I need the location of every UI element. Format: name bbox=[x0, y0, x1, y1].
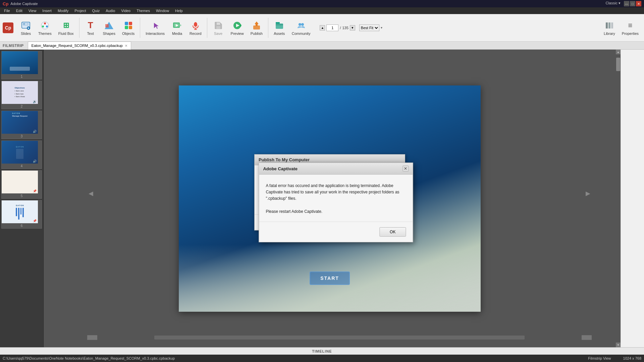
close-button[interactable]: ✕ bbox=[636, 1, 641, 6]
slides-button[interactable]: Slides bbox=[17, 19, 34, 37]
community-button[interactable]: Community bbox=[289, 19, 313, 37]
menu-window[interactable]: Window bbox=[153, 8, 172, 13]
interactions-button[interactable]: Interactions bbox=[143, 19, 167, 37]
slide-num-2: 2 bbox=[2, 104, 42, 109]
slide-down-button[interactable]: ▼ bbox=[350, 25, 355, 31]
app-logo: Cp bbox=[3, 1, 8, 6]
assets-button[interactable]: Assets bbox=[271, 19, 288, 37]
menu-view[interactable]: View bbox=[26, 8, 39, 13]
slide-thumb-4[interactable]: E·A·T·O·N 🔊 4 bbox=[1, 140, 42, 169]
error-message-line2: Please restart Adobe Captivate. bbox=[266, 208, 406, 215]
record-button[interactable]: Record bbox=[187, 19, 204, 37]
title-bar-left: Cp Adobe Captivate bbox=[3, 1, 38, 6]
error-dialog-body: A fatal error has occured and the applic… bbox=[259, 175, 413, 222]
slide-canvas-1 bbox=[2, 51, 38, 74]
slide-thumb-1[interactable]: 1 bbox=[1, 51, 42, 79]
slide-thumb-2[interactable]: Objectives • Item one• Item two• Item th… bbox=[1, 81, 42, 109]
save-icon bbox=[213, 20, 224, 31]
menu-project[interactable]: Project bbox=[72, 8, 89, 13]
slide-canvas-4: E·A·T·O·N 🔊 bbox=[2, 141, 38, 164]
menu-quiz[interactable]: Quiz bbox=[90, 8, 103, 13]
properties-icon: ≡ bbox=[625, 20, 636, 31]
tab-close-icon[interactable]: ✕ bbox=[125, 44, 127, 48]
slide-canvas-3: E·A·T·O·N Manage Request 🔊 bbox=[2, 111, 38, 134]
error-dialog-titlebar: Adobe Captivate ✕ bbox=[259, 163, 413, 175]
preview-icon bbox=[232, 20, 243, 31]
ok-button[interactable]: OK bbox=[379, 227, 406, 237]
slide-thumb-5[interactable]: 📌 5 bbox=[1, 170, 42, 199]
timeline-label: TIMELINE bbox=[312, 349, 332, 353]
preview-label: Preview bbox=[231, 32, 244, 36]
library-button[interactable]: Library bbox=[601, 19, 618, 37]
slide-canvas-5: 📌 bbox=[2, 171, 38, 193]
scroll-down-button[interactable]: ▼ bbox=[616, 343, 621, 347]
save-button[interactable]: Save bbox=[210, 19, 227, 37]
menu-edit[interactable]: Edit bbox=[13, 8, 25, 13]
shapes-button[interactable]: Shapes bbox=[100, 19, 118, 37]
scroll-thumb[interactable] bbox=[616, 58, 620, 71]
library-label: Library bbox=[604, 32, 615, 36]
menu-file[interactable]: File bbox=[1, 8, 13, 13]
slide-separator: / bbox=[340, 26, 341, 30]
text-label: Text bbox=[87, 32, 94, 36]
menu-themes[interactable]: Themes bbox=[134, 8, 153, 13]
slide-num-3: 3 bbox=[2, 134, 42, 139]
view-type: Filmstrip View bbox=[588, 356, 611, 360]
shapes-label: Shapes bbox=[103, 32, 115, 36]
version-label[interactable]: Classic ▾ bbox=[605, 1, 621, 6]
sound-icon-2: 🔊 bbox=[33, 100, 37, 103]
themes-button[interactable]: Themes bbox=[36, 19, 54, 37]
open-file-tab[interactable]: Eaton_Manage_Request_SCORM_v0.3.cpbc.cpb… bbox=[28, 42, 131, 50]
toolbar: Cp Slides Themes ⊞ Fluid Box T Text Shap… bbox=[0, 14, 644, 42]
menu-modify[interactable]: Modify bbox=[55, 8, 71, 13]
slide-up-button[interactable]: ▲ bbox=[320, 25, 325, 31]
menu-audio[interactable]: Audio bbox=[103, 8, 118, 13]
svg-rect-27 bbox=[240, 24, 241, 27]
svg-point-34 bbox=[301, 23, 304, 26]
error-dialog-title: Adobe Captivate bbox=[263, 166, 298, 171]
slide-number-input[interactable] bbox=[326, 24, 338, 31]
text-button[interactable]: T Text bbox=[82, 19, 99, 37]
media-icon bbox=[172, 20, 182, 31]
community-icon bbox=[296, 20, 307, 31]
objects-label: Objects bbox=[122, 32, 135, 36]
menu-video[interactable]: Video bbox=[118, 8, 133, 13]
save-label: Save bbox=[214, 32, 222, 36]
slide-thumb-6[interactable]: E·A·T·O·N 📌 6 bbox=[1, 200, 42, 229]
title-bar-controls: Classic ▾ — □ ✕ bbox=[605, 1, 641, 6]
error-dialog: Adobe Captivate ✕ A fatal error has occu… bbox=[259, 163, 413, 242]
menu-help[interactable]: Help bbox=[172, 8, 185, 13]
toolbar-right: Library ≡ Properties bbox=[601, 19, 641, 37]
resolution-status: 1024 x 768 bbox=[623, 356, 641, 360]
status-bar: C:\Users\qq579\Documents\OneNote Noteboo… bbox=[0, 355, 644, 362]
slides-icon bbox=[20, 20, 31, 31]
slide-num-1: 1 bbox=[2, 74, 42, 79]
scroll-up-button[interactable]: ▲ bbox=[616, 50, 621, 54]
svg-point-8 bbox=[46, 25, 48, 27]
slide-num-6: 6 bbox=[2, 223, 42, 228]
properties-button[interactable]: ≡ Properties bbox=[619, 19, 641, 37]
svg-rect-24 bbox=[217, 22, 220, 25]
slide-thumb-3[interactable]: E·A·T·O·N Manage Request 🔊 3 bbox=[1, 111, 42, 139]
menu-insert[interactable]: Insert bbox=[40, 8, 54, 13]
filmstrip-panel[interactable]: 1 Objectives • Item one• Item two• Item … bbox=[0, 50, 44, 347]
media-button[interactable]: Media bbox=[169, 19, 185, 37]
error-dialog-close-button[interactable]: ✕ bbox=[402, 166, 409, 172]
preview-button[interactable]: Preview bbox=[228, 19, 247, 37]
assets-label: Assets bbox=[274, 32, 285, 36]
minimize-button[interactable]: — bbox=[624, 1, 629, 6]
filmstrip-label: FILMSTRIP bbox=[3, 44, 24, 48]
main-area: 1 Objectives • Item one• Item two• Item … bbox=[0, 50, 644, 347]
publish-toolbar-button[interactable]: Publish bbox=[248, 19, 265, 37]
maximize-button[interactable]: □ bbox=[630, 1, 635, 6]
text-icon: T bbox=[85, 20, 96, 31]
error-message-line1: A fatal error has occured and the applic… bbox=[266, 183, 406, 202]
tab-filename: Eaton_Manage_Request_SCORM_v0.3.cpbc.cpb… bbox=[32, 44, 123, 48]
objects-button[interactable]: Objects bbox=[119, 19, 137, 37]
v-scrollbar[interactable]: ▲ ▼ bbox=[616, 50, 621, 347]
zoom-select[interactable]: Best Fit bbox=[359, 24, 379, 31]
svg-marker-28 bbox=[241, 24, 241, 27]
fluid-box-button[interactable]: ⊞ Fluid Box bbox=[56, 19, 76, 37]
svg-rect-3 bbox=[23, 25, 29, 26]
pin-icon-6: 📌 bbox=[33, 219, 37, 223]
